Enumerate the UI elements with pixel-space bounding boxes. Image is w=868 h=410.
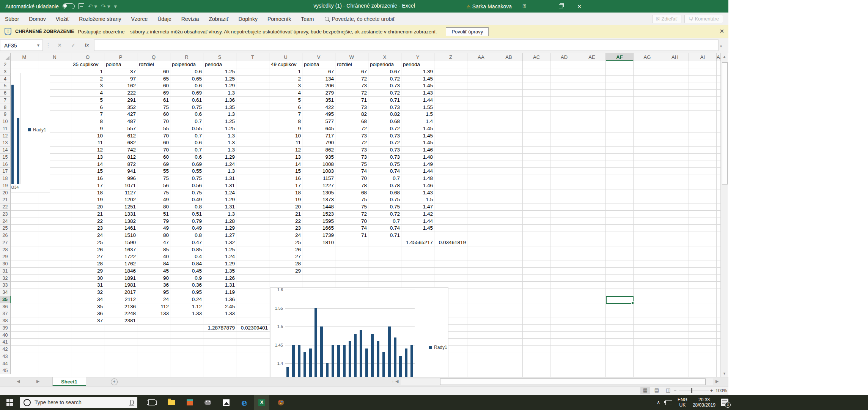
cell-R35[interactable]: 0.24 xyxy=(170,296,203,303)
cell-W18[interactable]: 70 xyxy=(335,175,368,182)
row-header-26[interactable]: 26 xyxy=(0,232,11,239)
vertical-scrollbar[interactable]: ▲ ▼ xyxy=(721,53,728,377)
cell-V12[interactable]: 717 xyxy=(302,132,335,140)
left-chart[interactable]: 3334Rady1 xyxy=(11,73,50,192)
cell-W22[interactable]: 75 xyxy=(335,203,368,211)
cell-U8[interactable]: 6 xyxy=(269,104,302,111)
cell-S29[interactable]: 1.24 xyxy=(203,253,236,260)
row-header-43[interactable]: 43 xyxy=(0,353,11,360)
zoom-slider[interactable] xyxy=(679,391,709,391)
cell-S15[interactable]: 1.29 xyxy=(203,154,236,161)
cell-P10[interactable]: 487 xyxy=(104,118,137,125)
redo-icon[interactable]: ↷ ▾ xyxy=(101,3,110,10)
row-header-12[interactable]: 12 xyxy=(0,132,11,140)
cell-P28[interactable]: 1637 xyxy=(104,246,137,254)
cell-U24[interactable]: 22 xyxy=(269,218,302,225)
cell-P35[interactable]: 2112 xyxy=(104,296,137,303)
row-header-36[interactable]: 36 xyxy=(0,303,11,311)
cell-S25[interactable]: 1.29 xyxy=(203,225,236,232)
cell-Y20[interactable]: 1.43 xyxy=(401,189,434,197)
cell-O11[interactable]: 9 xyxy=(71,125,104,132)
row-header-28[interactable]: 28 xyxy=(0,246,11,254)
cell-W9[interactable]: 82 xyxy=(335,111,368,118)
cell-U10[interactable]: 8 xyxy=(269,118,302,125)
row-header-4[interactable]: 4 xyxy=(0,76,11,83)
col-header-Y[interactable]: Y xyxy=(401,53,434,61)
row-header-10[interactable]: 10 xyxy=(0,118,11,125)
tab-split-handle[interactable]: ⋮ xyxy=(391,379,395,384)
cell-Y7[interactable]: 1.44 xyxy=(401,97,434,104)
ribbon-tab-file[interactable]: Súbor xyxy=(0,16,24,22)
cell-U26[interactable]: 24 xyxy=(269,232,302,239)
cell-S7[interactable]: 1.36 xyxy=(203,97,236,104)
taskbar-search-box[interactable]: Type here to search xyxy=(20,397,137,408)
cell-V14[interactable]: 862 xyxy=(302,147,335,154)
cell-O10[interactable]: 8 xyxy=(71,118,104,125)
cell-U22[interactable]: 20 xyxy=(269,203,302,211)
cell-U27[interactable]: 25 xyxy=(269,239,302,246)
col-header-Z[interactable]: Z xyxy=(434,53,467,61)
formula-bar-expand-icon[interactable]: ▾ xyxy=(720,44,722,48)
ribbon-tab-revízia[interactable]: Revízia xyxy=(176,16,204,22)
cell-Q37[interactable]: 133 xyxy=(137,310,170,317)
cell-W10[interactable]: 68 xyxy=(335,118,368,125)
cell-P12[interactable]: 612 xyxy=(104,132,137,140)
row-header-7[interactable]: 7 xyxy=(0,97,11,104)
row-header-22[interactable]: 22 xyxy=(0,203,11,211)
cell-X19[interactable]: 0.78 xyxy=(368,182,401,189)
cell-Q25[interactable]: 49 xyxy=(137,225,170,232)
row-header-21[interactable]: 21 xyxy=(0,196,11,203)
cell-S28[interactable]: 1.25 xyxy=(203,246,236,254)
cell-X25[interactable]: 0.74 xyxy=(368,225,401,232)
cell-Z27[interactable]: 0.03461819 xyxy=(434,239,467,246)
row-header-42[interactable]: 42 xyxy=(0,346,11,353)
cell-P24[interactable]: 1382 xyxy=(104,218,137,225)
cell-S20[interactable]: 1.24 xyxy=(203,189,236,197)
cell-X17[interactable]: 0.74 xyxy=(368,168,401,175)
cell-O38[interactable]: 37 xyxy=(71,317,104,325)
cell-Q28[interactable]: 85 xyxy=(137,246,170,254)
col-header-AI[interactable]: AI xyxy=(689,53,717,61)
cell-S12[interactable]: 1.3 xyxy=(203,132,236,140)
cell-O29[interactable]: 27 xyxy=(71,253,104,260)
enter-icon[interactable]: ✓ xyxy=(68,39,79,51)
cell-V16[interactable]: 1008 xyxy=(302,161,335,168)
cell-X2[interactable]: polperioda xyxy=(368,61,401,68)
save-icon[interactable] xyxy=(79,3,84,9)
cell-Q13[interactable]: 60 xyxy=(137,139,170,147)
cell-Y5[interactable]: 1.45 xyxy=(401,82,434,90)
row-header-30[interactable]: 30 xyxy=(0,260,11,268)
cell-P3[interactable]: 37 xyxy=(104,68,137,76)
cell-R4[interactable]: 0.65 xyxy=(170,76,203,83)
cell-U6[interactable]: 4 xyxy=(269,90,302,97)
cell-Q16[interactable]: 69 xyxy=(137,161,170,168)
ribbon-tab-údaje[interactable]: Údaje xyxy=(153,16,176,22)
cell-R8[interactable]: 0.75 xyxy=(170,104,203,111)
cell-U19[interactable]: 17 xyxy=(269,182,302,189)
minimize-button[interactable]: — xyxy=(537,3,548,9)
cell-S13[interactable]: 1.3 xyxy=(203,139,236,147)
cell-P23[interactable]: 1331 xyxy=(104,211,137,218)
row-header-41[interactable]: 41 xyxy=(0,339,11,346)
cell-R23[interactable]: 0.51 xyxy=(170,211,203,218)
cell-Q30[interactable]: 84 xyxy=(137,260,170,268)
row-header-13[interactable]: 13 xyxy=(0,139,11,147)
cell-P22[interactable]: 1251 xyxy=(104,203,137,211)
cell-Q31[interactable]: 45 xyxy=(137,268,170,275)
row-header-34[interactable]: 34 xyxy=(0,289,11,296)
photos-button[interactable] xyxy=(218,395,234,410)
cell-R6[interactable]: 0.69 xyxy=(170,90,203,97)
start-button[interactable] xyxy=(2,395,18,410)
cell-O33[interactable]: 31 xyxy=(71,282,104,289)
cell-Q7[interactable]: 61 xyxy=(137,97,170,104)
col-header-AH[interactable]: AH xyxy=(661,53,689,61)
cell-V26[interactable]: 1739 xyxy=(302,232,335,239)
cell-P8[interactable]: 352 xyxy=(104,104,137,111)
cell-O8[interactable]: 6 xyxy=(71,104,104,111)
cell-R10[interactable]: 0.7 xyxy=(170,118,203,125)
cell-P19[interactable]: 1071 xyxy=(104,182,137,189)
cell-X15[interactable]: 0.73 xyxy=(368,154,401,161)
customize-toolbar-icon[interactable]: ▾ xyxy=(114,3,117,10)
cell-S37[interactable]: 1.33 xyxy=(203,310,236,317)
cell-Y14[interactable]: 1.46 xyxy=(401,147,434,154)
